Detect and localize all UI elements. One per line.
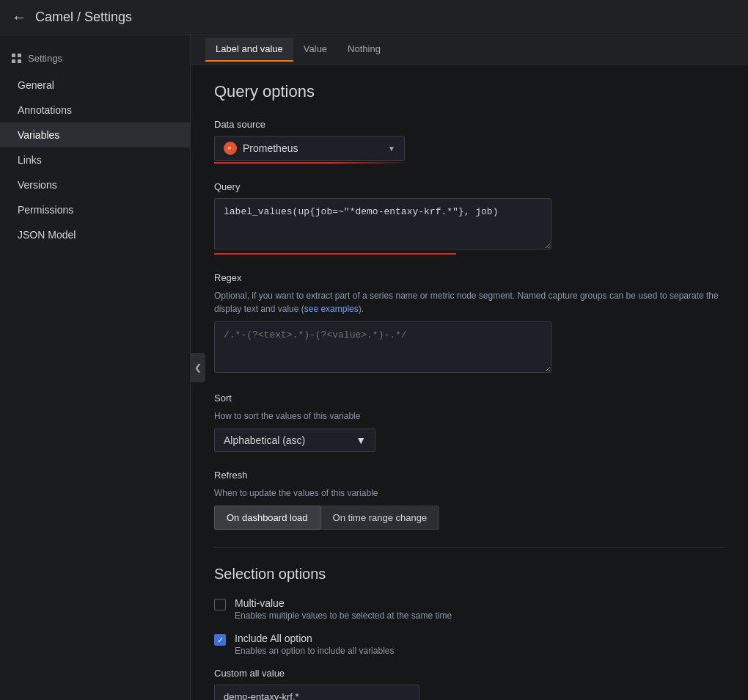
include-all-desc: Enables an option to include all variabl… xyxy=(235,646,394,656)
sidebar-nav: General Annotations Variables Links Vers… xyxy=(0,73,190,247)
regex-description: Optional, if you want to extract part of… xyxy=(214,289,725,316)
tab-value[interactable]: Value xyxy=(293,37,337,62)
sort-label: Sort xyxy=(214,393,725,404)
custom-all-value-field-group: Custom all value xyxy=(214,668,725,700)
include-all-text-group: Include All option Enables an option to … xyxy=(235,632,394,656)
sidebar-item-annotations[interactable]: Annotations xyxy=(0,98,190,123)
sort-description: How to sort the values of this variable xyxy=(214,409,725,423)
custom-all-value-label: Custom all value xyxy=(214,668,725,679)
sidebar-item-json-model[interactable]: JSON Model xyxy=(0,222,190,247)
sidebar-section-label: Settings xyxy=(28,53,62,64)
sidebar-item-versions[interactable]: Versions xyxy=(0,172,190,197)
custom-value-wrapper xyxy=(214,685,419,700)
query-label: Query xyxy=(214,181,725,192)
chevron-down-icon: ▼ xyxy=(388,145,395,153)
refresh-label: Refresh xyxy=(214,470,725,481)
sort-dropdown[interactable]: Alphabetical (asc) ▼ xyxy=(214,429,375,452)
datasource-field-group: Data source P Prometheus ▼ xyxy=(214,119,725,164)
back-button[interactable]: ← Camel / Settings xyxy=(12,9,132,26)
include-all-checkbox[interactable] xyxy=(214,634,226,646)
sidebar-item-permissions[interactable]: Permissions xyxy=(0,197,190,222)
multivalue-label: Multi-value xyxy=(235,597,452,609)
refresh-description: When to update the values of this variab… xyxy=(214,486,725,500)
datasource-dropdown[interactable]: P Prometheus ▼ xyxy=(214,136,405,161)
grid-icon xyxy=(12,54,22,64)
refresh-field-group: Refresh When to update the values of thi… xyxy=(214,470,725,530)
back-icon: ← xyxy=(12,9,26,26)
layout: Settings General Annotations Variables L… xyxy=(0,35,748,700)
refresh-dashboard-load-button[interactable]: On dashboard load xyxy=(214,506,320,530)
multivalue-checkbox[interactable] xyxy=(214,599,226,610)
query-error-underline xyxy=(214,253,456,255)
sidebar-item-variables[interactable]: Variables xyxy=(0,123,190,147)
multivalue-desc: Enables multiple values to be selected a… xyxy=(235,610,452,621)
sidebar-section-header: Settings xyxy=(0,47,190,67)
main-content: Label and value Value Nothing Query opti… xyxy=(191,35,748,700)
header-title: Camel / Settings xyxy=(35,10,132,25)
sort-chevron-icon: ▼ xyxy=(356,434,366,446)
sidebar: Settings General Annotations Variables L… xyxy=(0,35,191,700)
regex-see-examples-link[interactable]: see examples xyxy=(304,304,359,314)
query-options-title: Query options xyxy=(214,82,725,101)
datasource-select-left: P Prometheus xyxy=(224,142,298,155)
include-all-row: Include All option Enables an option to … xyxy=(214,632,725,656)
sort-value: Alphabetical (asc) xyxy=(224,434,305,446)
refresh-button-group: On dashboard load On time range change xyxy=(214,506,725,530)
query-wrapper: label_values(up{job=~"*demo-entaxy-krf.*… xyxy=(214,198,551,255)
query-field-group: Query label_values(up{job=~"*demo-entaxy… xyxy=(214,181,725,255)
selection-options-title: Selection options xyxy=(214,566,725,583)
refresh-time-range-button[interactable]: On time range change xyxy=(320,506,440,530)
include-all-label: Include All option xyxy=(235,632,394,644)
multivalue-text-group: Multi-value Enables multiple values to b… xyxy=(235,597,452,621)
sidebar-collapse-handle[interactable]: ❮ xyxy=(191,353,205,382)
custom-all-value-input[interactable] xyxy=(214,685,419,700)
tab-label-and-value[interactable]: Label and value xyxy=(205,37,293,62)
query-textarea[interactable]: label_values(up{job=~"*demo-entaxy-krf.*… xyxy=(214,198,551,249)
sidebar-item-general[interactable]: General xyxy=(0,73,190,98)
section-divider xyxy=(214,547,725,548)
main-wrapper: ❮ Label and value Value Nothing Query op… xyxy=(191,35,748,700)
regex-field-group: Regex Optional, if you want to extract p… xyxy=(214,272,725,375)
svg-text:P: P xyxy=(228,146,231,150)
regex-textarea[interactable] xyxy=(214,321,551,373)
header: ← Camel / Settings xyxy=(0,0,748,35)
tabs-bar: Label and value Value Nothing xyxy=(191,35,748,65)
datasource-label: Data source xyxy=(214,119,725,130)
regex-label: Regex xyxy=(214,272,725,283)
sort-field-group: Sort How to sort the values of this vari… xyxy=(214,393,725,452)
sidebar-item-links[interactable]: Links xyxy=(0,147,190,172)
multivalue-row: Multi-value Enables multiple values to b… xyxy=(214,597,725,621)
datasource-error-underline xyxy=(214,162,412,164)
content-area: Query options Data source P Prom xyxy=(191,65,748,700)
prometheus-icon: P xyxy=(224,142,237,155)
tab-nothing[interactable]: Nothing xyxy=(337,37,391,62)
datasource-name: Prometheus xyxy=(243,142,298,154)
